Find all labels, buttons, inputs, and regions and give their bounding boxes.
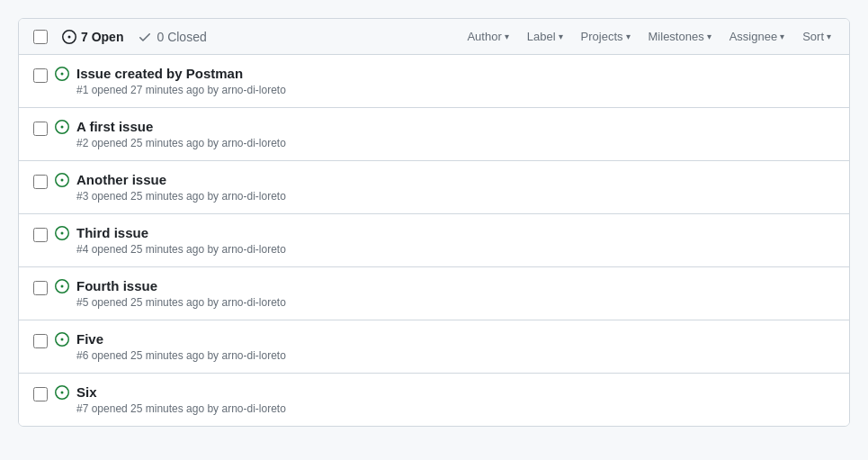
select-all-checkbox[interactable] [33, 30, 48, 44]
issue-title[interactable]: A first issue [76, 119, 835, 134]
table-row: A first issue #2 opened 25 minutes ago b… [19, 108, 849, 161]
issues-list: Issue created by Postman #1 opened 27 mi… [19, 55, 849, 426]
issue-meta: #4 opened 25 minutes ago by arno-di-lore… [76, 243, 835, 256]
label-filter-button[interactable]: Label ▾ [523, 28, 567, 45]
issue-checkbox-5[interactable] [33, 281, 48, 295]
issue-title[interactable]: Five [76, 331, 835, 347]
header-left: 7 Open 0 Closed [33, 30, 456, 44]
issue-title[interactable]: Third issue [76, 225, 835, 240]
open-issue-icon [55, 385, 69, 400]
issue-content: Another issue #3 opened 25 minutes ago b… [76, 172, 835, 203]
check-icon [138, 30, 152, 44]
issue-title[interactable]: Another issue [76, 172, 835, 187]
issue-content: Five #6 opened 25 minutes ago by arno-di… [76, 331, 835, 362]
open-count[interactable]: 7 Open [62, 30, 123, 44]
open-issue-icon [55, 226, 69, 240]
issue-checkbox-1[interactable] [33, 68, 48, 83]
open-count-label: 7 Open [81, 30, 123, 44]
issue-content: Fourth issue #5 opened 25 minutes ago by… [76, 278, 835, 309]
table-row: Issue created by Postman #1 opened 27 mi… [19, 55, 849, 108]
issue-meta: #6 opened 25 minutes ago by arno-di-lore… [76, 349, 835, 362]
issue-meta: #5 opened 25 minutes ago by arno-di-lore… [76, 296, 835, 309]
issue-content: A first issue #2 opened 25 minutes ago b… [76, 119, 835, 149]
projects-filter-button[interactable]: Projects ▾ [577, 28, 634, 45]
open-issue-icon [55, 332, 69, 347]
assignee-filter-button[interactable]: Assignee ▾ [726, 28, 788, 45]
table-row: Six #7 opened 25 minutes ago by arno-di-… [19, 374, 849, 426]
open-icon [62, 30, 76, 44]
label-chevron-icon: ▾ [559, 32, 563, 41]
table-row: Third issue #4 opened 25 minutes ago by … [19, 214, 849, 267]
table-row: Five #6 opened 25 minutes ago by arno-di… [19, 320, 849, 374]
milestones-chevron-icon: ▾ [707, 32, 711, 41]
sort-filter-button[interactable]: Sort ▾ [799, 28, 835, 45]
issue-content: Six #7 opened 25 minutes ago by arno-di-… [76, 384, 835, 415]
issue-title[interactable]: Fourth issue [76, 278, 835, 293]
issue-meta: #2 opened 25 minutes ago by arno-di-lore… [76, 137, 835, 149]
issue-checkbox-3[interactable] [33, 175, 48, 189]
author-filter-button[interactable]: Author ▾ [463, 28, 512, 45]
issue-checkbox-4[interactable] [33, 228, 48, 242]
header-right: Author ▾ Label ▾ Projects ▾ Milestones ▾… [463, 28, 835, 45]
table-row: Fourth issue #5 opened 25 minutes ago by… [19, 267, 849, 320]
issue-meta: #3 opened 25 minutes ago by arno-di-lore… [76, 190, 835, 203]
issue-checkbox-6[interactable] [33, 334, 48, 348]
issue-meta: #7 opened 25 minutes ago by arno-di-lore… [76, 402, 835, 415]
projects-chevron-icon: ▾ [626, 32, 631, 41]
issue-checkbox-7[interactable] [33, 387, 48, 401]
open-issue-icon [55, 173, 69, 187]
author-chevron-icon: ▾ [505, 32, 509, 41]
issue-content: Third issue #4 opened 25 minutes ago by … [76, 225, 835, 256]
issue-checkbox-2[interactable] [33, 122, 48, 136]
open-issue-icon [55, 120, 69, 134]
milestones-filter-button[interactable]: Milestones ▾ [645, 28, 715, 45]
issue-content: Issue created by Postman #1 opened 27 mi… [76, 66, 835, 96]
open-issue-icon [55, 279, 69, 293]
closed-count-label: 0 Closed [157, 30, 206, 44]
sort-chevron-icon: ▾ [827, 32, 831, 41]
issues-header: 7 Open 0 Closed Author ▾ Label ▾ Project… [19, 19, 849, 55]
assignee-chevron-icon: ▾ [780, 32, 784, 41]
issue-title[interactable]: Issue created by Postman [76, 66, 835, 81]
closed-count[interactable]: 0 Closed [138, 30, 206, 44]
table-row: Another issue #3 opened 25 minutes ago b… [19, 161, 849, 214]
issues-container: 7 Open 0 Closed Author ▾ Label ▾ Project… [18, 18, 850, 427]
issue-meta: #1 opened 27 minutes ago by arno-di-lore… [76, 84, 835, 96]
issue-title[interactable]: Six [76, 384, 835, 400]
open-issue-icon [55, 67, 69, 81]
